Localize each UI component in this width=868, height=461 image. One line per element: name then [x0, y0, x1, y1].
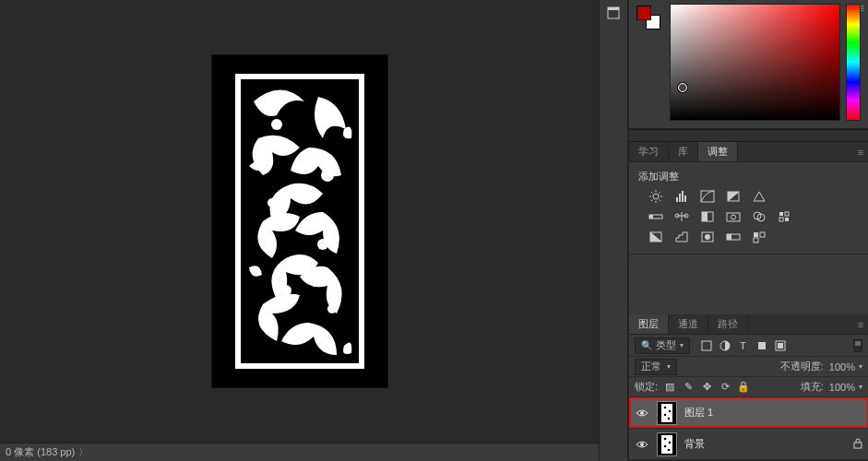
hue-slider[interactable]: [846, 4, 861, 121]
search-icon: 🔍: [641, 340, 652, 350]
svg-rect-44: [754, 232, 758, 237]
color-panel: ≡: [629, 0, 868, 129]
color-lookup-icon[interactable]: [777, 209, 793, 224]
filter-pixel-icon[interactable]: [701, 340, 712, 351]
add-adjustment-label: 添加调整: [638, 170, 859, 183]
svg-rect-37: [779, 218, 783, 221]
color-field[interactable]: [670, 4, 840, 121]
svg-rect-47: [702, 341, 711, 350]
svg-line-15: [651, 192, 653, 194]
opacity-value: 100%: [829, 361, 855, 372]
tab-channels[interactable]: 通道: [669, 314, 708, 334]
svg-point-3: [321, 169, 334, 182]
layer-thumbnail[interactable]: [657, 432, 677, 456]
panel-dock-strip: [599, 0, 628, 461]
fill-value-field[interactable]: 100% ▾: [829, 382, 862, 393]
collapsed-panel-icon[interactable]: [602, 2, 624, 24]
color-field-cursor[interactable]: [678, 83, 687, 92]
layer-thumbnail[interactable]: [657, 401, 677, 425]
selective-color-icon[interactable]: [751, 230, 767, 244]
status-chevron-icon[interactable]: 〉: [78, 445, 89, 459]
tab-layers[interactable]: 图层: [629, 314, 669, 334]
layer-kind-label: 类型: [656, 338, 676, 352]
svg-rect-31: [727, 213, 740, 221]
adjustments-row-1: [648, 189, 859, 204]
svg-point-66: [668, 448, 671, 451]
lock-artboard-icon[interactable]: ⟳: [719, 381, 731, 393]
posterize-icon[interactable]: [673, 230, 690, 244]
status-zoom-text: 0 像素 (183 pp): [6, 445, 75, 459]
svg-point-32: [731, 215, 736, 219]
svg-rect-52: [778, 343, 783, 349]
svg-rect-21: [682, 191, 684, 202]
photo-filter-icon[interactable]: [725, 209, 742, 224]
lock-pixels-icon[interactable]: ✎: [682, 381, 695, 393]
filter-type-icon[interactable]: T: [738, 340, 749, 351]
svg-point-10: [653, 194, 659, 199]
panel-menu-icon[interactable]: ≡: [853, 314, 868, 334]
canvas-area: 0 像素 (183 pp) 〉: [0, 0, 599, 461]
lock-position-icon[interactable]: ✥: [700, 381, 713, 393]
lock-label: 锁定:: [635, 380, 658, 394]
vibrance-icon[interactable]: [751, 189, 767, 204]
layer-row[interactable]: 背景: [629, 429, 868, 460]
svg-rect-9: [608, 7, 619, 10]
layer-list: 图层 1 背景: [629, 397, 868, 460]
filter-shape-icon[interactable]: [756, 340, 767, 351]
opacity-value-field[interactable]: 100% ▾: [829, 361, 862, 372]
svg-point-59: [668, 417, 671, 420]
blend-opacity-row: 正常 ▾ 不透明度: 100% ▾: [629, 357, 868, 377]
tab-library[interactable]: 库: [669, 142, 698, 161]
panel-menu-icon[interactable]: ≡: [853, 142, 868, 161]
filter-smart-icon[interactable]: [775, 340, 786, 351]
lock-transparency-icon[interactable]: ▨: [663, 381, 676, 393]
svg-point-57: [669, 409, 672, 412]
canvas-stage[interactable]: [0, 0, 599, 443]
gradient-map-icon[interactable]: [725, 230, 742, 244]
exposure-icon[interactable]: [725, 189, 742, 204]
tab-paths[interactable]: 路径: [708, 314, 748, 334]
fill-label: 填充:: [801, 380, 824, 394]
blend-mode-value: 正常: [641, 360, 661, 373]
svg-point-6: [280, 285, 291, 296]
layer-name[interactable]: 图层 1: [684, 406, 713, 420]
tab-learn[interactable]: 学习: [629, 142, 669, 161]
black-white-icon[interactable]: [699, 209, 716, 224]
svg-text:T: T: [740, 340, 746, 351]
levels-icon[interactable]: [673, 189, 690, 204]
svg-line-18: [660, 192, 661, 194]
hue-sat-icon[interactable]: [648, 209, 664, 224]
filter-adjust-icon[interactable]: [719, 340, 731, 351]
svg-line-17: [651, 200, 653, 202]
svg-point-58: [664, 413, 667, 416]
foreground-color-swatch[interactable]: [636, 6, 651, 20]
svg-point-2: [271, 119, 282, 130]
layer-kind-filter[interactable]: 🔍 类型 ▾: [635, 337, 690, 354]
svg-point-63: [664, 437, 667, 440]
svg-rect-35: [779, 212, 783, 216]
filter-toggle[interactable]: [853, 339, 862, 352]
svg-point-41: [705, 234, 710, 240]
layers-tabs: 图层 通道 路径 ≡: [629, 314, 868, 335]
lock-all-icon[interactable]: 🔒: [737, 381, 750, 393]
layer-row[interactable]: 图层 1: [629, 397, 868, 429]
svg-rect-26: [649, 215, 653, 219]
chevron-down-icon: ▾: [859, 362, 862, 371]
tab-adjustments[interactable]: 调整: [698, 142, 738, 161]
blend-mode-dropdown[interactable]: 正常 ▾: [635, 359, 677, 375]
svg-rect-30: [702, 212, 707, 221]
svg-rect-50: [758, 342, 766, 349]
curves-icon[interactable]: [699, 189, 716, 204]
foreground-background-swatch[interactable]: [636, 6, 660, 30]
threshold-icon[interactable]: [699, 230, 716, 244]
channel-mixer-icon[interactable]: [751, 209, 767, 224]
color-balance-icon[interactable]: [673, 209, 690, 224]
visibility-toggle-icon[interactable]: [635, 406, 649, 420]
visibility-toggle-icon[interactable]: [635, 437, 649, 452]
layer-name[interactable]: 背景: [684, 437, 705, 451]
brightness-icon[interactable]: [648, 189, 664, 204]
layers-panel: 图层 通道 路径 ≡ 🔍 类型 ▾ T: [629, 314, 868, 461]
invert-icon[interactable]: [648, 230, 664, 244]
svg-point-56: [664, 406, 667, 408]
panel-spacer: [629, 254, 868, 314]
